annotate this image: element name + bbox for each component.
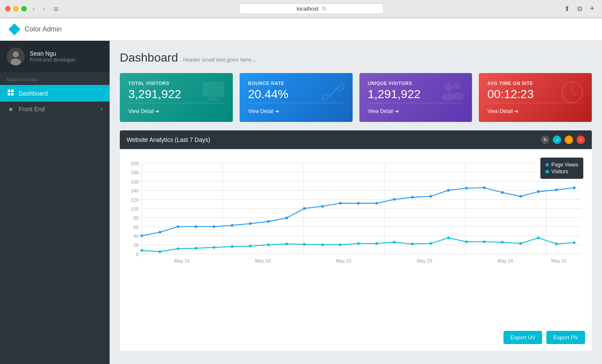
svg-point-96 (483, 240, 486, 243)
svg-point-71 (483, 186, 486, 189)
sidebar-item-dashboard[interactable]: Dashboard (0, 85, 110, 102)
chart-footer: Export UV Export PV (120, 326, 592, 351)
svg-point-91 (393, 241, 396, 243)
svg-point-89 (357, 242, 360, 245)
app-layout: Sean Ngu Front end developer Navigation … (0, 41, 602, 364)
maximize-dot[interactable] (21, 6, 27, 11)
dashboard-icon (7, 89, 14, 97)
page-title: Dashboard (120, 51, 178, 65)
svg-point-99 (537, 237, 540, 239)
main-content: Dashboard header small text goes here...… (110, 41, 602, 364)
chart-header: Website Analytics (Last 7 Days) ↻ ⤢ − × (120, 130, 592, 149)
avatar (7, 48, 25, 65)
export-uv-button[interactable]: Export UV (503, 331, 542, 344)
svg-point-64 (357, 202, 360, 205)
reload-chart-button[interactable]: ↻ (541, 135, 549, 144)
svg-point-62 (321, 205, 324, 208)
svg-text:May 28: May 28 (497, 258, 513, 263)
svg-point-81 (213, 246, 215, 248)
svg-text:May 22: May 22 (336, 258, 352, 263)
svg-point-82 (231, 245, 233, 248)
url-field[interactable]: localhost ↻ (239, 3, 384, 14)
url-text: localhost (297, 6, 318, 12)
address-bar: localhost ↻ (65, 3, 558, 14)
back-button[interactable]: ‹ (30, 5, 37, 13)
export-pv-button[interactable]: Export PV (546, 331, 585, 344)
svg-text:140: 140 (131, 188, 139, 193)
app-title: Color Admin (25, 25, 62, 33)
visitors-label: Visitors (551, 169, 568, 175)
svg-point-53 (158, 231, 161, 234)
reload-icon[interactable]: ↻ (322, 6, 327, 12)
svg-text:120: 120 (131, 198, 139, 203)
svg-point-68 (430, 195, 432, 198)
svg-rect-5 (8, 93, 10, 96)
stat-card-bounce-rate: BOUNCE RATE 20.44% View Detail ➜ (240, 73, 353, 122)
svg-point-63 (339, 202, 342, 205)
svg-text:May 15: May 15 (174, 258, 190, 263)
svg-point-76 (573, 186, 575, 189)
svg-point-55 (195, 226, 197, 228)
svg-point-52 (141, 234, 143, 237)
svg-point-92 (411, 243, 414, 245)
svg-point-98 (519, 242, 522, 245)
svg-text:160: 160 (131, 179, 139, 184)
sidebar-toggle-button[interactable]: ⊞ (51, 5, 61, 13)
new-window-button[interactable]: ⧉ (575, 3, 585, 14)
svg-rect-8 (209, 97, 218, 99)
svg-line-10 (329, 88, 337, 96)
page-subtitle: header small text goes here... (183, 56, 256, 63)
legend-visitors: Visitors (545, 169, 578, 175)
close-dot[interactable] (5, 6, 11, 11)
sidebar-item-label: Dashboard (19, 90, 103, 97)
browser-chrome: ‹ › ⊞ localhost ↻ ⬆ ⧉ + (0, 0, 602, 18)
svg-point-80 (195, 247, 197, 249)
svg-text:200: 200 (131, 161, 139, 166)
chart-body: Page Views Visitors .grid-line { stroke:… (120, 149, 592, 326)
chevron-down-icon: ▾ (100, 106, 103, 112)
sidebar: Sean Ngu Front end developer Navigation … (0, 41, 110, 364)
svg-point-66 (393, 198, 396, 200)
svg-point-100 (555, 243, 558, 245)
forward-button[interactable]: › (41, 5, 48, 13)
page-header: Dashboard header small text goes here... (120, 51, 592, 65)
users-icon (438, 81, 465, 109)
svg-rect-7 (203, 82, 224, 96)
svg-text:100: 100 (131, 206, 139, 212)
svg-rect-6 (11, 93, 14, 96)
resize-chart-button[interactable]: ⤢ (553, 135, 561, 144)
nav-section-label: Navigation (0, 72, 110, 85)
new-tab-button[interactable]: + (587, 3, 597, 14)
browser-titlebar: ‹ › ⊞ localhost ↻ ⬆ ⧉ + (0, 0, 602, 18)
svg-text:180: 180 (131, 170, 139, 175)
svg-point-74 (537, 190, 540, 193)
analytics-chart-container: Website Analytics (Last 7 Days) ↻ ⤢ − × … (120, 130, 592, 351)
svg-point-58 (249, 222, 252, 225)
user-role: Front end developer (30, 57, 75, 63)
page-views-label: Page Views (551, 162, 578, 168)
minimize-dot[interactable] (13, 6, 19, 11)
stat-card-total-visitors: TOTAL VISITORS 3,291,922 View Detail ➜ (120, 73, 233, 122)
stat-card-unique-visitors: UNIQUE VISITORS 1,291,922 View Detail ➜ (359, 73, 472, 122)
sidebar-item-label: Front End (19, 106, 96, 113)
stat-card-avg-time: AVG TIME ON SITE 00:12:23 View Detail ➜ (479, 73, 592, 122)
svg-point-56 (213, 226, 215, 228)
svg-point-94 (447, 237, 449, 239)
link-icon (320, 79, 346, 110)
svg-point-61 (303, 207, 305, 210)
legend-page-views: Page Views (545, 162, 578, 168)
chart-legend: Page Views Visitors (540, 158, 583, 179)
svg-line-17 (572, 92, 577, 96)
close-chart-button[interactable]: × (577, 135, 585, 144)
svg-point-77 (141, 249, 143, 252)
svg-point-75 (555, 189, 558, 191)
analytics-chart-svg: .grid-line { stroke: #e0e0e0; stroke-wid… (127, 156, 585, 317)
svg-point-95 (465, 240, 468, 243)
user-name: Sean Ngu (30, 50, 75, 57)
sidebar-item-frontend[interactable]: ★ Front End ▾ (0, 102, 110, 117)
chart-controls: ↻ ⤢ − × (541, 135, 585, 144)
minimize-chart-button[interactable]: − (565, 135, 573, 144)
svg-point-73 (519, 195, 522, 198)
share-button[interactable]: ⬆ (562, 3, 572, 14)
svg-text:20: 20 (133, 243, 138, 248)
